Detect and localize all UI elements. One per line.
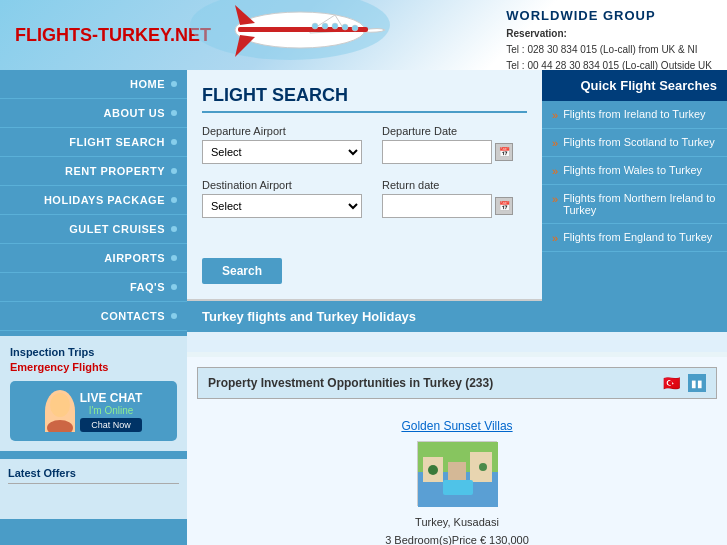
- property-content: Golden Sunset Villas: [197, 409, 717, 545]
- inspection-label: Inspection Trips: [10, 346, 177, 358]
- flight-search-title: FLIGHT SEARCH: [202, 85, 527, 113]
- nav-dot: [171, 226, 177, 232]
- return-cal-icon[interactable]: 📅: [495, 197, 513, 215]
- avatar: [45, 390, 75, 432]
- return-date-input[interactable]: [382, 194, 492, 218]
- svg-rect-15: [443, 480, 473, 495]
- sidebar-item-flight-search[interactable]: FLIGHT SEARCH: [0, 128, 187, 157]
- return-date-wrapper: 📅: [382, 194, 513, 218]
- search-form: Departure Airport Select Departure Date …: [202, 125, 527, 284]
- departure-date-wrapper: 📅: [382, 140, 513, 164]
- turkey-bar: Turkey flights and Turkey Holidays: [187, 301, 542, 332]
- flight-search-container: FLIGHT SEARCH Departure Airport Select D…: [187, 70, 542, 332]
- nav-dot: [171, 255, 177, 261]
- sidebar-item-airports[interactable]: AIRPORTS: [0, 244, 187, 273]
- arrow-icon-2: »: [552, 165, 558, 177]
- svg-point-7: [352, 25, 358, 31]
- nav-label-about: ABOUT US: [104, 107, 165, 119]
- online-status: I'm Online: [80, 405, 142, 416]
- worldwide-group: WORLDWIDE GROUP: [506, 8, 712, 23]
- nav-label-gulet: GULET CRUISES: [69, 223, 165, 235]
- arrow-icon-4: »: [552, 232, 558, 244]
- sidebar-item-home[interactable]: HOME: [0, 70, 187, 99]
- quick-item-4[interactable]: » Flights from England to Turkey: [542, 224, 727, 252]
- nav-label-rent: RENT PROPERTY: [65, 165, 165, 177]
- plane-illustration: [180, 0, 400, 70]
- sidebar-item-contacts[interactable]: CONTACTS: [0, 302, 187, 331]
- quick-link-4[interactable]: Flights from England to Turkey: [563, 231, 712, 243]
- sidebar-item-gulet[interactable]: GULET CRUISES: [0, 215, 187, 244]
- reservation-label: Reservation:: [506, 28, 567, 39]
- emergency-label: Emergency Flights: [10, 361, 177, 373]
- nav-label-flight-search: FLIGHT SEARCH: [69, 136, 165, 148]
- nav-dot: [171, 81, 177, 87]
- spacer: [187, 332, 727, 352]
- logo-main: FLIGHTS: [15, 25, 92, 45]
- svg-point-16: [428, 465, 438, 475]
- tel2: Tel : 00 44 28 30 834 015 (Lo-call) Outs…: [506, 60, 712, 70]
- departure-airport-label: Departure Airport: [202, 125, 362, 137]
- chat-now-button[interactable]: Chat Now: [80, 418, 142, 432]
- quick-flights-panel: Quick Flight Searches » Flights from Ire…: [542, 70, 727, 332]
- nav-dot: [171, 197, 177, 203]
- sidebar-item-about[interactable]: ABOUT US: [0, 99, 187, 128]
- search-btn-container: Search: [202, 238, 282, 284]
- arrow-icon-0: »: [552, 109, 558, 121]
- property-image: [417, 441, 497, 506]
- nav-dot: [171, 110, 177, 116]
- svg-point-17: [479, 463, 487, 471]
- quick-link-0[interactable]: Flights from Ireland to Turkey: [563, 108, 705, 120]
- nav-dot: [171, 168, 177, 174]
- svg-rect-2: [238, 27, 368, 32]
- property-title: Property Investment Opportunities in Tur…: [208, 376, 655, 390]
- quick-link-2[interactable]: Flights from Wales to Turkey: [563, 164, 702, 176]
- form-row: Departure Airport Select Departure Date …: [202, 125, 513, 164]
- sidebar-item-holidays[interactable]: HOLIDAYS PACKAGE: [0, 186, 187, 215]
- svg-point-6: [312, 23, 318, 29]
- property-section: Property Investment Opportunities in Tur…: [187, 357, 727, 545]
- live-chat-box[interactable]: LIVE CHAT I'm Online Chat Now: [10, 381, 177, 441]
- search-button[interactable]: Search: [202, 258, 282, 284]
- tel1: Tel : 028 30 834 015 (Lo-call) from UK &…: [506, 44, 697, 55]
- main-layout: HOME ABOUT US FLIGHT SEARCH RENT PROPERT…: [0, 70, 727, 545]
- nav-label-faqs: FAQ'S: [130, 281, 165, 293]
- quick-item-2[interactable]: » Flights from Wales to Turkey: [542, 157, 727, 185]
- destination-airport-label: Destination Airport: [202, 179, 362, 191]
- quick-item-1[interactable]: » Flights from Scotland to Turkey: [542, 129, 727, 157]
- departure-cal-icon[interactable]: 📅: [495, 143, 513, 161]
- destination-airport-select[interactable]: Select: [202, 194, 362, 218]
- quick-link-3[interactable]: Flights from Northern Ireland to Turkey: [563, 192, 717, 216]
- quick-item-3[interactable]: » Flights from Northern Ireland to Turke…: [542, 185, 727, 224]
- sidebar: HOME ABOUT US FLIGHT SEARCH RENT PROPERT…: [0, 70, 187, 545]
- sidebar-item-rent-property[interactable]: RENT PROPERTY: [0, 157, 187, 186]
- content-area: FLIGHT SEARCH Departure Airport Select D…: [187, 70, 727, 545]
- sidebar-item-faqs[interactable]: FAQ'S: [0, 273, 187, 302]
- destination-airport-group: Destination Airport Select: [202, 179, 362, 218]
- quick-item-0[interactable]: » Flights from Ireland to Turkey: [542, 101, 727, 129]
- top-row: FLIGHT SEARCH Departure Airport Select D…: [187, 70, 727, 332]
- property-bar: Property Investment Opportunities in Tur…: [197, 367, 717, 399]
- nav-dot: [171, 139, 177, 145]
- return-date-label: Return date: [382, 179, 513, 191]
- sidebar-promo: Inspection Trips Emergency Flights LIVE …: [0, 336, 187, 451]
- nav-label-airports: AIRPORTS: [104, 252, 165, 264]
- departure-date-group: Departure Date 📅: [382, 125, 513, 164]
- property-link[interactable]: Golden Sunset Villas: [207, 419, 707, 433]
- quick-link-1[interactable]: Flights from Scotland to Turkey: [563, 136, 715, 148]
- nav-dot: [171, 313, 177, 319]
- svg-point-9: [47, 420, 73, 432]
- departure-date-label: Departure Date: [382, 125, 513, 137]
- header-contact: WORLDWIDE GROUP Reservation: Tel : 028 3…: [506, 8, 712, 70]
- nav-label-holidays: HOLIDAYS PACKAGE: [44, 194, 165, 206]
- form-row2: Destination Airport Select Return date 📅: [202, 179, 527, 284]
- departure-date-input[interactable]: [382, 140, 492, 164]
- departure-airport-group: Departure Airport Select: [202, 125, 362, 164]
- svg-point-4: [332, 23, 338, 29]
- latest-offers-title: Latest Offers: [8, 467, 179, 484]
- flag-icon: 🇹🇷: [663, 375, 680, 391]
- departure-airport-select[interactable]: Select: [202, 140, 362, 164]
- svg-rect-13: [448, 462, 466, 482]
- pause-button[interactable]: ▮▮: [688, 374, 706, 392]
- quick-flights-title: Quick Flight Searches: [542, 70, 727, 101]
- property-location: Turkey, Kusadasi: [207, 514, 707, 532]
